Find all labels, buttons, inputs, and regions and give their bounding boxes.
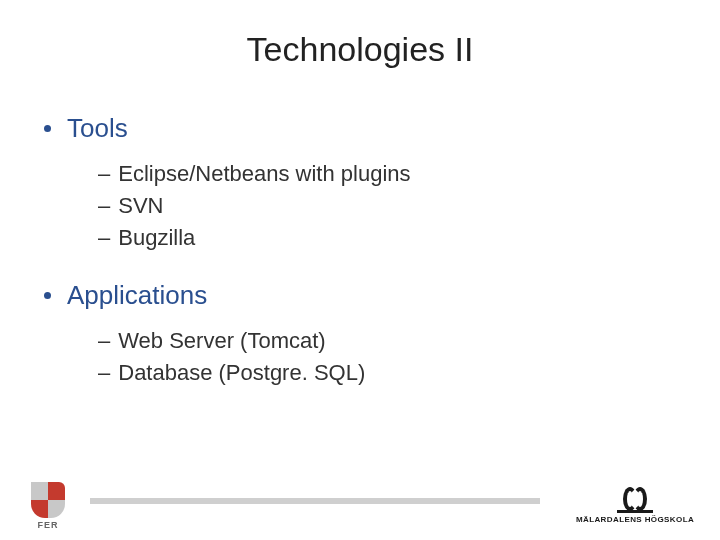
section-items: –Eclipse/Netbeans with plugins –SVN –Bug… xyxy=(98,158,688,254)
section-items: –Web Server (Tomcat) –Database (Postgre.… xyxy=(98,325,688,389)
list-item: –Eclipse/Netbeans with plugins xyxy=(98,158,688,190)
list-item-text: Eclipse/Netbeans with plugins xyxy=(118,158,410,190)
fer-logo: FER xyxy=(24,482,72,528)
slide-content: Tools –Eclipse/Netbeans with plugins –SV… xyxy=(32,113,688,388)
logo-icon xyxy=(623,487,647,511)
dash-icon: – xyxy=(98,325,110,357)
dash-icon: – xyxy=(98,357,110,389)
list-item-text: Database (Postgre. SQL) xyxy=(118,357,365,389)
list-item-text: SVN xyxy=(118,190,163,222)
dash-icon: – xyxy=(98,158,110,190)
footer-divider xyxy=(90,498,540,504)
bullet-icon xyxy=(44,125,51,132)
list-item: –Database (Postgre. SQL) xyxy=(98,357,688,389)
list-item: –SVN xyxy=(98,190,688,222)
list-item: –Web Server (Tomcat) xyxy=(98,325,688,357)
dash-icon: – xyxy=(98,222,110,254)
bullet-icon xyxy=(44,292,51,299)
fer-logo-label: FER xyxy=(24,520,72,530)
dash-icon: – xyxy=(98,190,110,222)
list-item-text: Bugzilla xyxy=(118,222,195,254)
section-heading-text: Tools xyxy=(67,113,128,144)
slide-title: Technologies II xyxy=(32,30,688,69)
list-item-text: Web Server (Tomcat) xyxy=(118,325,325,357)
slide-footer: FER MÄLARDALENS HÖGSKOLA xyxy=(0,470,720,540)
section-heading-text: Applications xyxy=(67,280,207,311)
slide: Technologies II Tools –Eclipse/Netbeans … xyxy=(0,0,720,540)
malardalens-logo-label: MÄLARDALENS HÖGSKOLA xyxy=(576,515,694,524)
list-item: –Bugzilla xyxy=(98,222,688,254)
section-heading: Tools xyxy=(44,113,688,144)
shield-icon xyxy=(31,482,65,518)
malardalens-logo: MÄLARDALENS HÖGSKOLA xyxy=(570,482,700,528)
logo-underline xyxy=(617,510,653,513)
section-heading: Applications xyxy=(44,280,688,311)
